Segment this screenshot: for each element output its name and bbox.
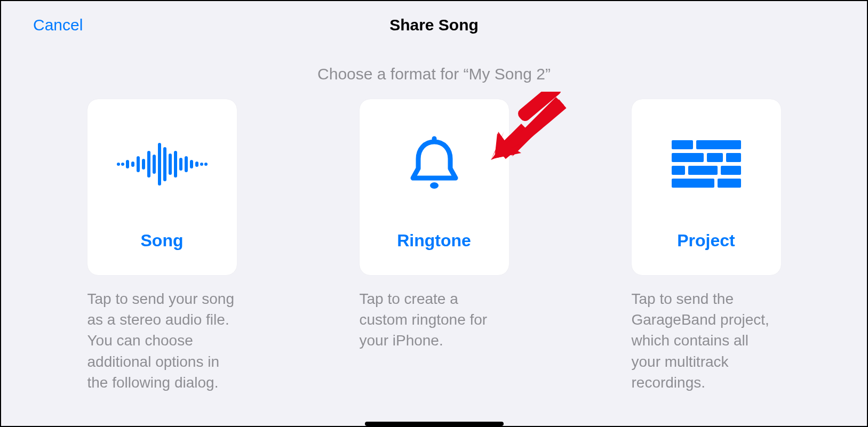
cards-container: Song Tap to send your song as a stereo a…	[1, 99, 867, 393]
svg-rect-26	[721, 166, 741, 175]
card-wrapper-project: Project Tap to send the GarageBand proje…	[632, 99, 781, 393]
svg-rect-10	[169, 154, 172, 175]
card-song-description: Tap to send your song as a stereo audio …	[87, 288, 237, 393]
svg-rect-23	[726, 153, 741, 162]
svg-rect-20	[696, 140, 741, 149]
svg-point-16	[200, 163, 203, 166]
cancel-button[interactable]: Cancel	[33, 16, 83, 34]
svg-rect-12	[179, 158, 182, 171]
svg-point-0	[117, 163, 120, 166]
svg-rect-5	[142, 159, 145, 170]
svg-rect-7	[153, 155, 156, 174]
svg-rect-24	[672, 166, 685, 175]
card-wrapper-ringtone: Ringtone Tap to create a custom ringtone…	[360, 99, 509, 393]
card-ringtone-label: Ringtone	[397, 231, 471, 251]
svg-rect-2	[126, 160, 129, 168]
svg-rect-4	[137, 156, 140, 172]
bell-icon	[402, 124, 466, 204]
format-subtitle: Choose a format for “My Song 2”	[1, 65, 867, 83]
card-project-description: Tap to send the GarageBand project, whic…	[632, 288, 781, 393]
card-song[interactable]: Song	[87, 99, 237, 275]
home-indicator[interactable]	[365, 422, 504, 426]
svg-rect-6	[147, 151, 150, 178]
svg-point-18	[430, 182, 439, 189]
svg-point-1	[121, 163, 124, 166]
header: Cancel Share Song	[1, 1, 867, 38]
svg-rect-25	[688, 166, 718, 175]
card-project[interactable]: Project	[632, 99, 781, 275]
svg-point-17	[204, 163, 208, 166]
card-ringtone-description: Tap to create a custom ringtone for your…	[360, 288, 509, 351]
card-project-label: Project	[677, 231, 735, 251]
svg-rect-9	[163, 147, 166, 181]
svg-rect-13	[185, 156, 188, 172]
svg-rect-19	[672, 140, 693, 149]
svg-rect-8	[158, 143, 161, 186]
svg-rect-14	[190, 160, 193, 168]
page-title: Share Song	[389, 16, 479, 34]
card-ringtone[interactable]: Ringtone	[360, 99, 509, 275]
svg-rect-22	[707, 153, 723, 162]
svg-rect-28	[718, 179, 741, 188]
card-song-label: Song	[141, 231, 184, 251]
svg-rect-3	[131, 162, 134, 167]
svg-rect-21	[672, 153, 704, 162]
card-wrapper-song: Song Tap to send your song as a stereo a…	[87, 99, 237, 393]
tracks-icon	[672, 124, 741, 204]
waveform-icon	[114, 124, 210, 204]
svg-rect-27	[672, 179, 714, 188]
svg-rect-15	[195, 162, 198, 167]
svg-rect-11	[174, 151, 177, 178]
